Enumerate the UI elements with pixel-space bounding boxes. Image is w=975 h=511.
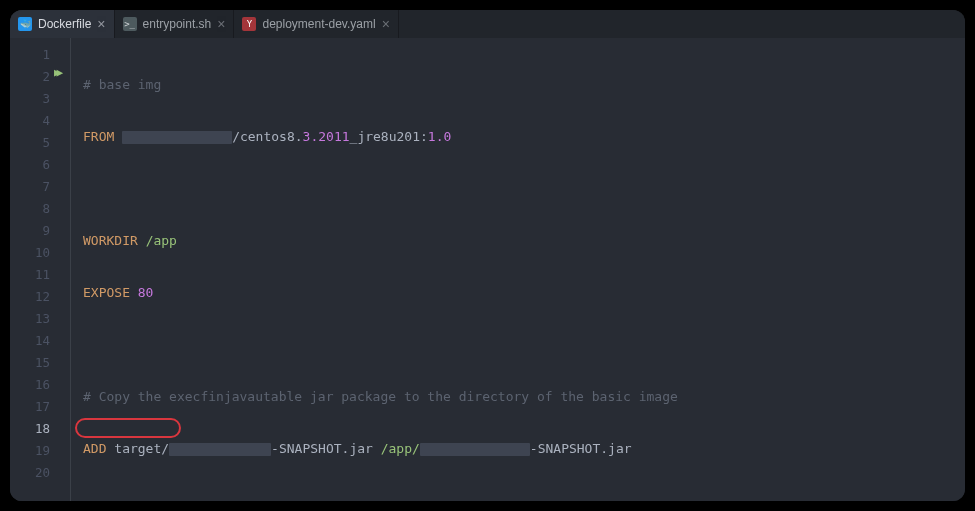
code-text: 1.0 (428, 129, 451, 144)
line-number: 17 (10, 396, 64, 418)
close-icon[interactable]: × (217, 17, 225, 31)
code-text: -SNAPSHOT.jar (530, 441, 632, 456)
tab-label: Dockerfile (38, 17, 91, 31)
line-number: 8 (10, 198, 64, 220)
code-text: -SNAPSHOT.jar (271, 441, 373, 456)
code-text: 80 (138, 285, 154, 300)
line-number: 15 (10, 352, 64, 374)
line-number: 14 (10, 330, 64, 352)
line-number: 18 (10, 418, 64, 440)
redacted-text (122, 131, 232, 144)
code-comment: # Copy the execfinjavautable jar package… (83, 389, 678, 404)
line-number: 2 (10, 66, 64, 88)
code-text: 3.2011 (303, 129, 350, 144)
yaml-icon: Y (242, 17, 256, 31)
code-text: /app (146, 233, 177, 248)
code-comment: # base img (83, 77, 161, 92)
kw-add: ADD (83, 441, 106, 456)
tab-dockerfile[interactable]: 🐳 Dockerfile × (10, 10, 115, 38)
line-number: 3 (10, 88, 64, 110)
line-number: 11 (10, 264, 64, 286)
tab-bar: 🐳 Dockerfile × >_ entrypoint.sh × Y depl… (10, 10, 965, 38)
close-icon[interactable]: × (382, 17, 390, 31)
tab-deployment[interactable]: Y deployment-dev.yaml × (234, 10, 398, 38)
code-area[interactable]: # base img FROM /centos8.3.2011_jre8u201… (70, 38, 965, 501)
redacted-text (169, 443, 271, 456)
docker-icon: 🐳 (18, 17, 32, 31)
line-number-gutter: ▶▶ 1 2 3 4 5 6 7 8 9 10 11 12 13 14 15 1… (10, 38, 70, 501)
line-number: 12 (10, 286, 64, 308)
editor-window: 🐳 Dockerfile × >_ entrypoint.sh × Y depl… (10, 10, 965, 501)
code-text: _jre8u201: (350, 129, 428, 144)
close-icon[interactable]: × (97, 17, 105, 31)
line-number: 10 (10, 242, 64, 264)
shell-icon: >_ (123, 17, 137, 31)
editor-body: ▶▶ 1 2 3 4 5 6 7 8 9 10 11 12 13 14 15 1… (10, 38, 965, 501)
code-text: target/ (114, 441, 169, 456)
tab-label: deployment-dev.yaml (262, 17, 375, 31)
code-text: /centos8 (232, 129, 295, 144)
line-number: 7 (10, 176, 64, 198)
tab-entrypoint[interactable]: >_ entrypoint.sh × (115, 10, 235, 38)
line-number: 19 (10, 440, 64, 462)
redacted-text (420, 443, 530, 456)
line-number: 9 (10, 220, 64, 242)
line-number: 1 (10, 44, 64, 66)
line-number: 4 (10, 110, 64, 132)
code-text: . (295, 129, 303, 144)
line-number: 13 (10, 308, 64, 330)
kw-workdir: WORKDIR (83, 233, 138, 248)
line-number: 16 (10, 374, 64, 396)
tab-label: entrypoint.sh (143, 17, 212, 31)
kw-expose: EXPOSE (83, 285, 130, 300)
kw-from: FROM (83, 129, 114, 144)
annotation-highlight (75, 418, 181, 438)
line-number: 20 (10, 462, 64, 484)
code-text: /app/ (381, 441, 420, 456)
line-number: 6 (10, 154, 64, 176)
line-number: 5 (10, 132, 64, 154)
